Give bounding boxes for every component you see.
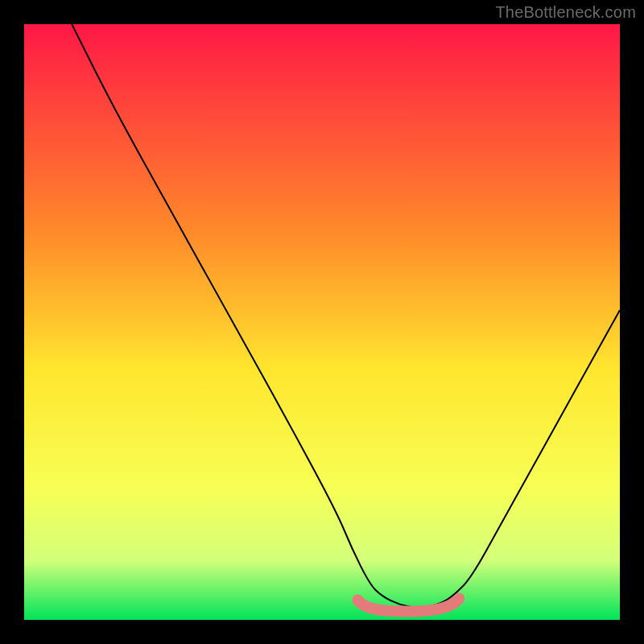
plot-area — [24, 24, 620, 620]
plot-background — [24, 24, 620, 620]
chart-frame: TheBottleneck.com — [0, 0, 644, 644]
watermark-text: TheBottleneck.com — [495, 3, 636, 22]
chart-svg — [24, 24, 620, 620]
